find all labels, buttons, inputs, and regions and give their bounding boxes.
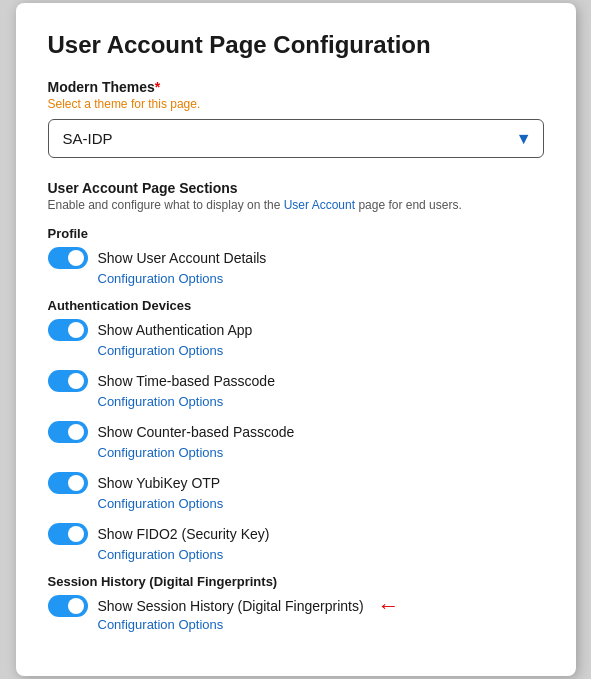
toggle-show-session-history[interactable] (48, 595, 88, 617)
toggle-label-show-authentication-app: Show Authentication App (98, 322, 253, 338)
toggle-show-yubikey-otp[interactable] (48, 472, 88, 494)
toggle-show-user-account-details[interactable] (48, 247, 88, 269)
toggle-label-show-yubikey-otp: Show YubiKey OTP (98, 475, 221, 491)
toggle-label-show-session-history: Show Session History (Digital Fingerprin… (98, 598, 364, 614)
group-profile: Profile Show User Account Details Config… (48, 226, 544, 286)
red-arrow-indicator: ← (378, 595, 400, 617)
toggle-label-show-counter-based-passcode: Show Counter-based Passcode (98, 424, 295, 440)
config-link-show-fido2[interactable]: Configuration Options (98, 547, 544, 562)
toggle-label-show-fido2: Show FIDO2 (Security Key) (98, 526, 270, 542)
group-session-history-title: Session History (Digital Fingerprints) (48, 574, 544, 589)
toggle-show-counter-based-passcode[interactable] (48, 421, 88, 443)
main-card: User Account Page Configuration Modern T… (16, 3, 576, 676)
page-sections-header: User Account Page Sections Enable and co… (48, 180, 544, 212)
modern-themes-label: Modern Themes* (48, 79, 544, 95)
toggle-row-show-time-based-passcode: Show Time-based Passcode (48, 370, 544, 392)
sections-label: User Account Page Sections (48, 180, 544, 196)
toggle-row-show-yubikey-otp: Show YubiKey OTP (48, 472, 544, 494)
theme-select-wrapper: SA-IDP ▼ (48, 119, 544, 158)
toggle-row-show-fido2: Show FIDO2 (Security Key) (48, 523, 544, 545)
toggle-show-authentication-app[interactable] (48, 319, 88, 341)
config-link-show-yubikey-otp[interactable]: Configuration Options (98, 496, 544, 511)
group-authentication-devices-title: Authentication Devices (48, 298, 544, 313)
modern-themes-desc: Select a theme for this page. (48, 97, 544, 111)
sections-desc: Enable and configure what to display on … (48, 198, 544, 212)
toggle-show-time-based-passcode[interactable] (48, 370, 88, 392)
toggle-show-fido2[interactable] (48, 523, 88, 545)
config-link-show-session-history[interactable]: Configuration Options (98, 617, 544, 632)
config-link-show-counter-based-passcode[interactable]: Configuration Options (98, 445, 544, 460)
toggle-row-show-counter-based-passcode: Show Counter-based Passcode (48, 421, 544, 443)
toggle-row-show-authentication-app: Show Authentication App (48, 319, 544, 341)
config-link-show-user-account-details[interactable]: Configuration Options (98, 271, 544, 286)
theme-select[interactable]: SA-IDP (48, 119, 544, 158)
modern-themes-section: Modern Themes* Select a theme for this p… (48, 79, 544, 158)
group-profile-title: Profile (48, 226, 544, 241)
group-authentication-devices: Authentication Devices Show Authenticati… (48, 298, 544, 562)
toggle-row-show-user-account-details: Show User Account Details (48, 247, 544, 269)
page-title: User Account Page Configuration (48, 31, 544, 59)
config-link-show-time-based-passcode[interactable]: Configuration Options (98, 394, 544, 409)
toggle-label-show-time-based-passcode: Show Time-based Passcode (98, 373, 275, 389)
toggle-label-show-user-account-details: Show User Account Details (98, 250, 267, 266)
group-session-history: Session History (Digital Fingerprints) S… (48, 574, 544, 632)
config-link-show-authentication-app[interactable]: Configuration Options (98, 343, 544, 358)
toggle-row-show-session-history: Show Session History (Digital Fingerprin… (48, 595, 544, 617)
